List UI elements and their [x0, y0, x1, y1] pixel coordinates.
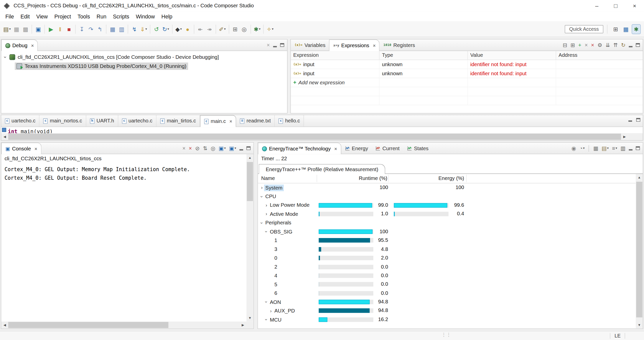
- suspend-icon[interactable]: ‖: [55, 24, 65, 34]
- column-energy[interactable]: Energy (%): [394, 175, 464, 181]
- new-window-icon[interactable]: ⊞: [231, 24, 240, 34]
- new-file-icon[interactable]: ▤▾: [2, 24, 12, 34]
- refresh-icon[interactable]: ↻: [621, 42, 626, 48]
- view-menu-icon[interactable]: ≡▾: [612, 146, 617, 151]
- collapse-all-icon[interactable]: ⊟: [563, 42, 567, 48]
- code-editor[interactable]: int main(void): [1, 127, 643, 133]
- key-icon[interactable]: ✧▾: [265, 24, 275, 34]
- column-value[interactable]: Value: [468, 51, 556, 60]
- profile-row-OBS_SIG[interactable]: ›OBS_SIG100: [258, 227, 636, 236]
- dropdown-caret-icon[interactable]: ▾: [167, 27, 169, 31]
- maximize-editor-button[interactable]: [636, 118, 640, 122]
- profile-row-AON[interactable]: ›AON94.8: [258, 298, 636, 306]
- minimize-window-button[interactable]: –: [587, 0, 606, 12]
- restart-icon[interactable]: ↺: [152, 24, 161, 34]
- debug-tree-item[interactable]: Texas Instruments XDS110 USB Debug Probe…: [1, 62, 287, 71]
- tree-expander-icon[interactable]: ›: [3, 55, 8, 60]
- editor-tab-readme-txt[interactable]: ≡readme.txt: [236, 115, 275, 127]
- minimize-view-button[interactable]: [239, 146, 243, 150]
- menu-edit[interactable]: Edit: [17, 12, 33, 21]
- save-icon[interactable]: ▦: [12, 24, 21, 34]
- menu-window[interactable]: Window: [132, 12, 158, 21]
- minimize-view-button[interactable]: [629, 43, 633, 47]
- step-over-icon[interactable]: ↷: [86, 24, 95, 34]
- tree-expander-icon[interactable]: ›: [269, 309, 273, 313]
- quick-access-box[interactable]: Quick Access: [565, 25, 603, 33]
- column-name[interactable]: Name: [261, 175, 275, 181]
- profile-row-CPU[interactable]: ›CPU: [258, 192, 636, 201]
- debug-perspective-icon[interactable]: ✱: [632, 24, 641, 34]
- scrollbar-thumb[interactable]: [636, 182, 642, 317]
- profile-row-Low-Power-Mode[interactable]: ›Low Power Mode99.099.6: [258, 201, 636, 210]
- maximize-window-button[interactable]: □: [606, 0, 625, 12]
- profile-row-System[interactable]: ›System100100: [258, 183, 636, 192]
- remove-all-expressions-icon[interactable]: ×: [591, 42, 594, 48]
- tree-expander-icon[interactable]: ›: [260, 186, 264, 190]
- maximize-view-button[interactable]: [280, 43, 284, 47]
- scrollbar-thumb[interactable]: [8, 134, 621, 140]
- scroll-left-icon[interactable]: ◀: [1, 133, 8, 140]
- column-expression[interactable]: Expression: [291, 51, 380, 60]
- dropdown-caret-icon[interactable]: ▾: [235, 147, 236, 150]
- dropdown-caret-icon[interactable]: ▾: [224, 147, 226, 150]
- menu-help[interactable]: Help: [158, 12, 176, 21]
- statistics-icon[interactable]: ▥: [621, 146, 626, 151]
- close-tab-icon[interactable]: ×: [35, 146, 37, 151]
- profile-row-1[interactable]: 195.5: [258, 236, 636, 245]
- debug-tree-item[interactable]: ›cli_ftd_CC26X2R1_LAUNCHXL_tirtos_ccs [C…: [1, 53, 287, 62]
- maximize-view-button[interactable]: [246, 146, 250, 150]
- power-icon[interactable]: ◉: [571, 146, 576, 151]
- menu-tools[interactable]: Tools: [74, 12, 93, 21]
- dropdown-caret-icon[interactable]: ▾: [9, 27, 11, 31]
- scrollbar-thumb[interactable]: [247, 162, 253, 201]
- refresh-icon[interactable]: ↻▾: [161, 24, 170, 34]
- dropdown-caret-icon[interactable]: ▾: [259, 27, 261, 31]
- scroll-lock-icon[interactable]: ⇅: [203, 146, 208, 151]
- profile-row-Peripherals[interactable]: ›Peripherals: [258, 219, 636, 227]
- step-return-icon[interactable]: ↰: [95, 24, 104, 34]
- menu-file[interactable]: File: [2, 12, 17, 21]
- editor-tab-main_tirtos-c[interactable]: cmain_tirtos.c: [157, 115, 200, 127]
- expression-row[interactable]: (x)=inputunknownidentifier not found: in…: [291, 69, 643, 78]
- menu-project[interactable]: Project: [51, 12, 74, 21]
- search-icon[interactable]: ◎: [240, 24, 249, 34]
- profile-tab[interactable]: EnergyTrace++™ Profile (Relative Measure…: [259, 164, 385, 174]
- save-icon[interactable]: ▦: [593, 146, 598, 151]
- assembly-step-icon[interactable]: ▦: [108, 24, 117, 34]
- step-back-icon[interactable]: ↞: [196, 24, 205, 34]
- export-icon[interactable]: ⇈: [613, 42, 618, 48]
- debug-tree[interactable]: ›cli_ftd_CC26X2R1_LAUNCHXL_tirtos_ccs [C…: [1, 51, 287, 113]
- scroll-right-icon[interactable]: ▶: [239, 322, 246, 329]
- step-into-icon[interactable]: ↧: [77, 24, 87, 34]
- menu-run[interactable]: Run: [93, 12, 110, 21]
- trace-icon[interactable]: ●: [183, 24, 192, 34]
- scroll-right-icon[interactable]: ▶: [621, 133, 628, 140]
- minimize-editor-button[interactable]: [628, 118, 632, 122]
- scrollbar-thumb[interactable]: [8, 322, 169, 328]
- connect-target-icon[interactable]: ↯: [130, 24, 139, 34]
- dropdown-caret-icon[interactable]: ▾: [180, 27, 182, 31]
- debug-config-icon[interactable]: ✱▾: [253, 24, 262, 34]
- editor-tab-uartecho-c[interactable]: cuartecho.c: [118, 115, 156, 127]
- scroll-down-icon[interactable]: ▼: [636, 322, 643, 329]
- tab-debug[interactable]: Debug ×: [1, 39, 38, 51]
- fill-color-icon[interactable]: ◆▾: [174, 24, 183, 34]
- profile-row-5[interactable]: 50.0: [258, 280, 636, 289]
- tab-states[interactable]: States: [403, 143, 432, 154]
- tab-current[interactable]: Current: [372, 143, 403, 154]
- tab-expressions[interactable]: x+yExpressions×: [329, 39, 380, 51]
- tools-icon[interactable]: ✐▾: [218, 24, 227, 34]
- remove-expression-icon[interactable]: ×: [585, 42, 588, 48]
- stopwatch-icon[interactable]: ◔▾: [579, 146, 585, 151]
- profile-row-3[interactable]: 34.8: [258, 245, 636, 254]
- maximize-view-button[interactable]: [636, 43, 640, 47]
- dropdown-caret-icon[interactable]: ▾: [583, 147, 585, 150]
- console-output[interactable]: Cortex_M4_0: GEL Output: Memory Map Init…: [5, 165, 245, 320]
- tree-expander-icon[interactable]: ›: [264, 229, 269, 234]
- profile-row-4[interactable]: 40.0: [258, 271, 636, 280]
- tree-expander-icon[interactable]: ›: [264, 300, 269, 304]
- remove-launch-icon[interactable]: ×: [182, 146, 185, 151]
- statusbar-drag-handle[interactable]: ⋮⋮: [441, 332, 451, 337]
- add-expression-icon[interactable]: +: [578, 42, 581, 48]
- editor-tab-uartecho-c[interactable]: cuartecho.c: [1, 115, 40, 127]
